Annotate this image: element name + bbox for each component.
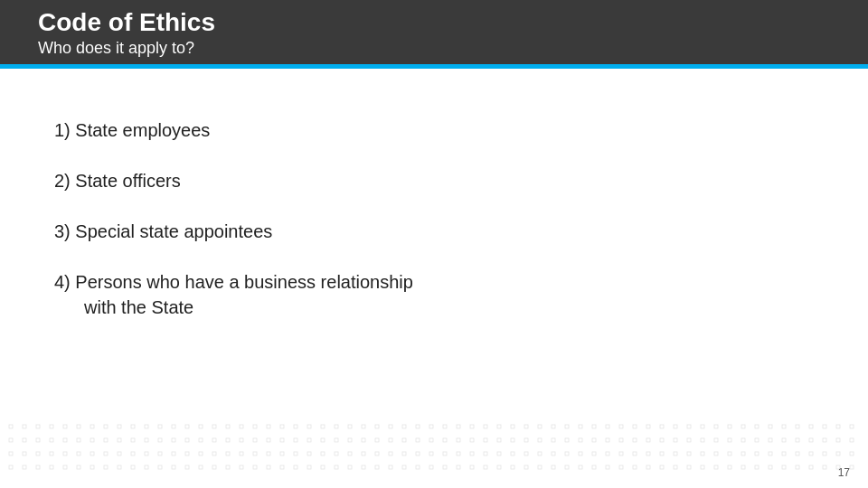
svg-rect-57 <box>782 425 786 428</box>
svg-rect-185 <box>809 452 813 455</box>
svg-rect-123 <box>823 438 826 442</box>
svg-rect-223 <box>470 465 474 469</box>
svg-rect-28 <box>389 425 392 428</box>
svg-rect-0 <box>9 425 13 428</box>
svg-rect-48 <box>660 425 664 428</box>
svg-rect-138 <box>172 452 175 455</box>
list-item-2: 2) State officers <box>54 155 814 206</box>
svg-rect-187 <box>836 452 840 455</box>
svg-rect-197 <box>118 465 121 469</box>
svg-rect-113 <box>687 438 691 442</box>
svg-rect-96 <box>457 438 460 442</box>
svg-rect-213 <box>335 465 338 469</box>
svg-rect-4 <box>63 425 67 428</box>
svg-rect-171 <box>619 452 623 455</box>
list-item-3: 3) Special state appointees <box>54 206 814 257</box>
svg-rect-190 <box>23 465 26 469</box>
svg-rect-226 <box>511 465 514 469</box>
svg-rect-224 <box>484 465 487 469</box>
svg-rect-116 <box>728 438 731 442</box>
svg-rect-86 <box>321 438 325 442</box>
svg-rect-33 <box>457 425 460 428</box>
svg-rect-56 <box>769 425 772 428</box>
svg-rect-241 <box>714 465 718 469</box>
svg-rect-31 <box>429 425 433 428</box>
svg-rect-119 <box>769 438 772 442</box>
svg-rect-154 <box>389 452 392 455</box>
svg-rect-105 <box>579 438 582 442</box>
svg-rect-179 <box>728 452 731 455</box>
slide-title: Code of Ethics <box>38 7 830 38</box>
svg-rect-128 <box>36 452 40 455</box>
svg-rect-234 <box>619 465 623 469</box>
slide: Code of Ethics Who does it apply to? 1) … <box>0 0 868 488</box>
svg-rect-202 <box>185 465 189 469</box>
svg-rect-181 <box>755 452 759 455</box>
svg-rect-102 <box>538 438 542 442</box>
svg-rect-248 <box>809 465 813 469</box>
svg-rect-165 <box>538 452 542 455</box>
svg-rect-131 <box>77 452 80 455</box>
svg-rect-212 <box>321 465 325 469</box>
svg-rect-65 <box>36 438 40 442</box>
svg-rect-26 <box>362 425 365 428</box>
svg-rect-71 <box>118 438 121 442</box>
svg-rect-54 <box>741 425 745 428</box>
svg-rect-132 <box>90 452 94 455</box>
svg-rect-110 <box>646 438 650 442</box>
svg-rect-3 <box>50 425 53 428</box>
svg-rect-186 <box>823 452 826 455</box>
svg-rect-143 <box>240 452 243 455</box>
svg-rect-16 <box>226 425 230 428</box>
svg-rect-106 <box>592 438 596 442</box>
svg-rect-238 <box>674 465 677 469</box>
svg-rect-207 <box>253 465 257 469</box>
svg-rect-99 <box>497 438 501 442</box>
svg-rect-148 <box>307 452 311 455</box>
svg-rect-174 <box>660 452 664 455</box>
svg-rect-111 <box>660 438 664 442</box>
svg-rect-1 <box>23 425 26 428</box>
svg-rect-189 <box>9 465 13 469</box>
svg-rect-133 <box>104 452 108 455</box>
svg-rect-2 <box>36 425 40 428</box>
svg-rect-22 <box>307 425 311 428</box>
svg-rect-139 <box>185 452 189 455</box>
svg-rect-246 <box>782 465 786 469</box>
svg-rect-120 <box>782 438 786 442</box>
slide-subtitle: Who does it apply to? <box>38 38 830 59</box>
svg-rect-129 <box>50 452 53 455</box>
svg-rect-95 <box>443 438 447 442</box>
svg-rect-50 <box>687 425 691 428</box>
svg-rect-13 <box>185 425 189 428</box>
svg-rect-85 <box>307 438 311 442</box>
svg-rect-137 <box>158 452 162 455</box>
svg-rect-90 <box>375 438 379 442</box>
svg-rect-145 <box>267 452 270 455</box>
svg-rect-136 <box>145 452 148 455</box>
svg-rect-219 <box>416 465 420 469</box>
svg-rect-222 <box>457 465 460 469</box>
svg-rect-125 <box>850 438 854 442</box>
svg-rect-112 <box>674 438 677 442</box>
svg-rect-92 <box>402 438 406 442</box>
svg-rect-67 <box>63 438 67 442</box>
svg-rect-243 <box>741 465 745 469</box>
svg-rect-152 <box>362 452 365 455</box>
svg-rect-7 <box>104 425 108 428</box>
svg-rect-98 <box>484 438 487 442</box>
svg-rect-172 <box>633 452 637 455</box>
svg-rect-144 <box>253 452 257 455</box>
svg-rect-17 <box>240 425 243 428</box>
svg-rect-77 <box>199 438 203 442</box>
svg-rect-151 <box>348 452 352 455</box>
svg-rect-169 <box>592 452 596 455</box>
list-item-2-text: 2) State officers <box>54 171 181 191</box>
svg-rect-198 <box>131 465 135 469</box>
svg-rect-5 <box>77 425 80 428</box>
svg-rect-34 <box>470 425 474 428</box>
svg-rect-235 <box>633 465 637 469</box>
svg-rect-114 <box>701 438 704 442</box>
svg-rect-210 <box>294 465 297 469</box>
svg-rect-88 <box>348 438 352 442</box>
